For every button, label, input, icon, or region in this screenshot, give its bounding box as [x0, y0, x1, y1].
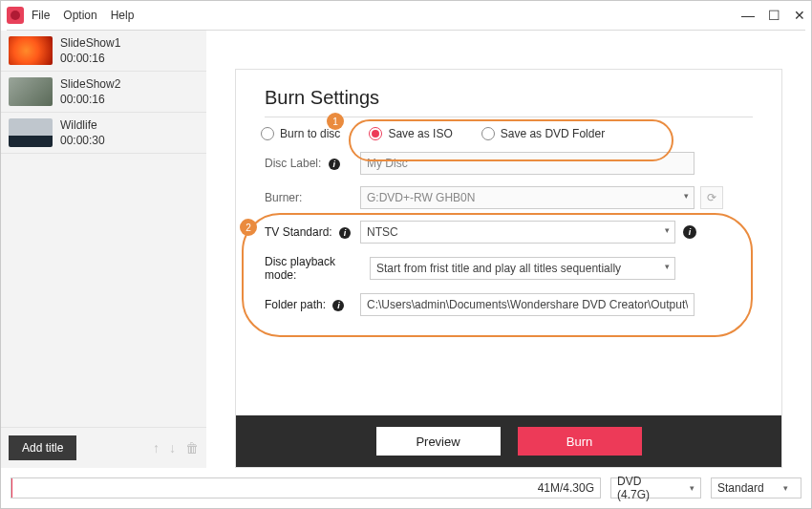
radio-save-as-dvd-folder[interactable]: Save as DVD Folder — [481, 127, 605, 140]
thumbnail — [9, 77, 53, 106]
info-icon[interactable]: i — [332, 300, 344, 311]
action-bar: Preview Burn — [236, 415, 781, 467]
sidebar-footer: Add title ↑ ↓ 🗑 — [1, 427, 206, 468]
playback-mode-label: Disc playback mode: — [265, 255, 370, 282]
radio-save-as-iso[interactable]: Save as ISO — [369, 127, 452, 140]
burn-button[interactable]: Burn — [518, 427, 642, 456]
disc-size-text: 41M/4.30G — [538, 481, 594, 495]
delete-icon[interactable]: 🗑 — [185, 440, 199, 456]
refresh-burner-button[interactable]: ⟳ — [700, 186, 723, 209]
menu-option[interactable]: Option — [63, 9, 96, 22]
burner-select[interactable] — [360, 186, 694, 209]
radio-icon — [261, 127, 274, 140]
list-item[interactable]: Wildlife 00:00:30 — [1, 113, 206, 154]
move-up-icon[interactable]: ↑ — [153, 440, 160, 456]
title-duration: 00:00:16 — [60, 52, 120, 65]
info-icon[interactable]: i — [683, 225, 696, 239]
folder-path-input[interactable] — [360, 293, 694, 316]
move-down-icon[interactable]: ↓ — [169, 440, 176, 456]
sidebar: SlideShow1 00:00:16 SlideShow2 00:00:16 … — [1, 31, 206, 468]
title-duration: 00:00:16 — [60, 93, 120, 106]
disc-size-progress: 41M/4.30G — [11, 477, 601, 498]
callout-badge-1: 1 — [327, 113, 344, 130]
radio-icon — [481, 127, 495, 140]
title-name: SlideShow2 — [60, 77, 120, 91]
title-duration: 00:00:30 — [60, 134, 105, 147]
app-icon — [7, 7, 24, 24]
thumbnail — [9, 118, 53, 147]
title-name: SlideShow1 — [60, 36, 120, 50]
menu-help[interactable]: Help — [111, 9, 135, 22]
radio-label: Save as ISO — [388, 127, 452, 140]
maximize-icon[interactable]: ☐ — [768, 8, 780, 23]
radio-burn-to-disc[interactable]: Burn to disc — [261, 127, 340, 140]
content: Burn Settings 1 2 Burn to disc — [206, 31, 811, 468]
radio-label: Save as DVD Folder — [501, 127, 605, 140]
info-icon[interactable]: i — [339, 227, 351, 239]
title-name: Wildlife — [60, 118, 105, 132]
add-title-button[interactable]: Add title — [9, 435, 76, 460]
tv-standard-label: TV Standard: i — [265, 225, 360, 239]
disc-label-input[interactable] — [360, 152, 694, 175]
panel-title: Burn Settings — [265, 87, 753, 109]
callout-badge-2: 2 — [240, 219, 257, 236]
main-area: SlideShow1 00:00:16 SlideShow2 00:00:16 … — [1, 31, 811, 468]
quality-select[interactable]: Standard ▾ — [711, 477, 801, 498]
tv-standard-select[interactable] — [360, 221, 675, 244]
titlebar: File Option Help — ☐ ✕ — [1, 1, 811, 30]
list-item[interactable]: SlideShow2 00:00:16 — [1, 72, 206, 113]
status-bar: 41M/4.30G DVD (4.7G) ▾ Standard ▾ — [1, 468, 811, 508]
burn-settings-panel: Burn Settings 1 2 Burn to disc — [235, 69, 782, 468]
radio-icon — [369, 127, 382, 140]
burner-label: Burner: — [265, 191, 360, 204]
playback-mode-select[interactable] — [370, 257, 675, 280]
info-icon[interactable]: i — [329, 159, 340, 170]
chevron-down-icon: ▾ — [783, 483, 788, 493]
quality-value: Standard — [717, 481, 764, 495]
thumbnail — [9, 36, 53, 65]
disc-type-value: DVD (4.7G) — [617, 475, 671, 501]
chevron-down-icon: ▾ — [690, 483, 694, 493]
close-icon[interactable]: ✕ — [794, 8, 805, 23]
disc-type-select[interactable]: DVD (4.7G) ▾ — [610, 477, 701, 498]
folder-path-label: Folder path: i — [265, 298, 360, 311]
menu-file[interactable]: File — [32, 9, 50, 22]
progress-fill — [11, 478, 12, 498]
preview-button[interactable]: Preview — [376, 427, 501, 456]
title-list: SlideShow1 00:00:16 SlideShow2 00:00:16 … — [1, 31, 206, 427]
list-item[interactable]: SlideShow1 00:00:16 — [1, 31, 206, 72]
disc-label-label: Disc Label: i — [265, 157, 360, 170]
minimize-icon[interactable]: — — [741, 8, 755, 23]
